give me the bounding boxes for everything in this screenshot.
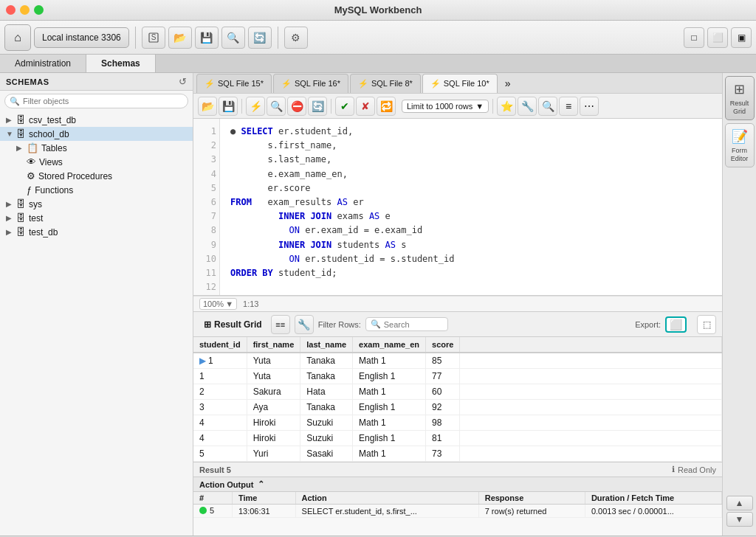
table-row[interactable]: 4HirokiSuzukiEnglish 181 — [193, 431, 722, 446]
cell-student_id: 5 — [193, 446, 247, 462]
sidebar-item-stored-procedures[interactable]: ⚙ Stored Procedures — [0, 169, 193, 183]
minimize-button[interactable] — [20, 5, 30, 15]
form-editor-panel-button[interactable]: 📝 FormEditor — [725, 123, 755, 167]
cell-first_name: Hiroki — [247, 431, 300, 446]
limit-rows-select[interactable]: Limit to 1000 rows ▼ — [402, 100, 489, 113]
export-button[interactable]: ⬜ — [665, 316, 687, 333]
more-tabs-button[interactable]: » — [501, 76, 515, 91]
more-button[interactable]: ⋯ — [580, 97, 599, 116]
view-toggle-2[interactable]: ⬜ — [707, 27, 728, 48]
cell-exam_name_en: English 1 — [353, 369, 426, 384]
tab-sql-file-15[interactable]: ⚡ SQL File 15* — [196, 74, 272, 93]
search-query-button[interactable]: 🔍 — [538, 97, 557, 116]
management-button[interactable]: ⚙ — [284, 27, 308, 49]
refresh-icon[interactable]: ↺ — [179, 76, 187, 87]
save-button[interactable]: 💾 — [195, 27, 219, 49]
scroll-up-button[interactable]: ▲ — [726, 496, 753, 510]
scroll-down-button[interactable]: ▼ — [726, 512, 753, 527]
cell-first_name: Sakura — [247, 384, 300, 400]
column-format-button[interactable]: ≡≡ — [271, 315, 290, 334]
sidebar-header: SCHEMAS ↺ — [0, 73, 193, 91]
search-input[interactable] — [384, 320, 443, 329]
inspector-button[interactable]: 🔧 — [518, 97, 537, 116]
tab-administration[interactable]: Administration — [0, 55, 86, 72]
maximize-button[interactable] — [34, 5, 44, 15]
view-toggle-3[interactable]: ▣ — [731, 27, 752, 48]
table-row[interactable]: 4HirokiSuzukiMath 198 — [193, 415, 722, 431]
reconnect-button[interactable]: 🔄 — [248, 27, 272, 49]
find-button[interactable]: 🔍 — [267, 97, 286, 116]
sidebar-item-test-db[interactable]: ▶ 🗄 test_db — [0, 225, 193, 239]
star-button[interactable]: ⭐ — [497, 97, 516, 116]
table-row[interactable]: 5YuriSasakiMath 173 — [193, 446, 722, 462]
cell-student_id: ▶1 — [193, 353, 247, 369]
sidebar-item-school-db[interactable]: ▼ 🗄 school_db — [0, 127, 193, 141]
table-row[interactable]: ▶1YutaTanakaMath 185 — [193, 353, 722, 369]
commit-button[interactable]: ✔ — [335, 97, 354, 116]
result-grid-panel-button[interactable]: ⊞ ResultGrid — [725, 76, 755, 120]
save-file-button[interactable]: 💾 — [219, 97, 238, 116]
inspect-button[interactable]: 🔍 — [221, 27, 245, 49]
view-toggle-1[interactable]: □ — [684, 27, 704, 48]
sql-editor[interactable]: 12345 678910 1112 ● SELECT er.student_id… — [193, 119, 722, 296]
action-output: Action Output ⌃ # Time Action Response D… — [193, 477, 722, 536]
cell-last_name: Tanaka — [300, 353, 353, 369]
toolbar-separator2 — [278, 27, 278, 49]
titlebar: MySQL Workbench — [0, 0, 756, 21]
tab-sql-file-10[interactable]: ⚡ SQL File 10* — [422, 74, 498, 93]
cell-empty — [460, 369, 722, 384]
col-header-first-name[interactable]: first_name — [247, 337, 300, 353]
col-header-student-id[interactable]: student_id — [193, 337, 247, 353]
open-query-button[interactable]: 📂 — [168, 27, 192, 49]
table-row[interactable]: 3AyaTanakaEnglish 192 — [193, 400, 722, 415]
execute-button[interactable]: ⚡ — [246, 97, 265, 116]
format-button[interactable]: ≡ — [559, 97, 578, 116]
sidebar-filter[interactable]: 🔍 — [4, 94, 188, 108]
refresh-button[interactable]: 🔄 — [308, 97, 327, 116]
new-query-button[interactable]: S — [142, 27, 165, 49]
views-label: Views — [39, 157, 63, 167]
tab-schemas[interactable]: Schemas — [86, 55, 156, 72]
col-header-exam-name-en[interactable]: exam_name_en — [353, 337, 426, 353]
sidebar-item-csv-test-db[interactable]: ▶ 🗄 csv_test_db — [0, 113, 193, 127]
grid-icon: ⊞ — [204, 319, 211, 330]
window-title: MySQL Workbench — [334, 4, 422, 15]
sidebar-item-functions[interactable]: ƒ Functions — [0, 183, 193, 197]
db-label: sys — [29, 199, 42, 209]
sidebar-item-sys[interactable]: ▶ 🗄 sys — [0, 197, 193, 211]
tab-sql-file-8[interactable]: ⚡ SQL File 8* — [350, 74, 421, 93]
autocommit-button[interactable]: 🔁 — [377, 97, 396, 116]
ao-table: # Time Action Response Duration / Fetch … — [193, 492, 722, 518]
sidebar-item-test[interactable]: ▶ 🗄 test — [0, 211, 193, 225]
cell-exam_name_en: Math 1 — [353, 446, 426, 462]
cell-student_id: 1 — [193, 369, 247, 384]
grid-panel-icon: ⊞ — [734, 81, 745, 97]
tab-sql-file-16[interactable]: ⚡ SQL File 16* — [273, 74, 348, 93]
sidebar-item-views[interactable]: 👁 Views — [0, 155, 193, 169]
table-row[interactable]: 2SakuraHataMath 160 — [193, 384, 722, 400]
close-button[interactable] — [6, 5, 16, 15]
cell-last_name: Suzuki — [300, 415, 353, 431]
sql-tabs: ⚡ SQL File 15* ⚡ SQL File 16* ⚡ SQL File… — [193, 73, 722, 94]
col-header-score[interactable]: score — [426, 337, 460, 353]
filter-button[interactable]: 🔧 — [295, 315, 314, 334]
home-button[interactable]: ⌂ — [4, 24, 31, 51]
zoom-select[interactable]: 100% ▼ — [199, 298, 237, 310]
open-file-button[interactable]: 📂 — [198, 97, 217, 116]
search-box[interactable]: 🔍 — [365, 317, 448, 331]
functions-icon: ƒ — [27, 184, 32, 195]
code-content[interactable]: ● SELECT er.student_id, s.first_name, s.… — [224, 119, 722, 286]
instance-button[interactable]: Local instance 3306 — [34, 27, 129, 48]
stop-button[interactable]: ⛔ — [287, 97, 306, 116]
cell-first_name: Yuri — [247, 446, 300, 462]
action-output-label: Action Output — [199, 480, 253, 489]
rollback-button[interactable]: ✘ — [356, 97, 375, 116]
col-header-last-name[interactable]: last_name — [300, 337, 353, 353]
table-row[interactable]: 1YutaTanakaEnglish 177 — [193, 369, 722, 384]
wrap-button[interactable]: ⬚ — [697, 315, 716, 334]
result-grid-button[interactable]: ⊞ Result Grid — [199, 318, 267, 331]
sidebar-item-tables[interactable]: ▶ 📋 Tables — [0, 141, 193, 155]
expand-icon[interactable]: ⌃ — [258, 479, 264, 489]
grid-panel-label: ResultGrid — [730, 100, 749, 116]
filter-input[interactable] — [4, 94, 188, 108]
